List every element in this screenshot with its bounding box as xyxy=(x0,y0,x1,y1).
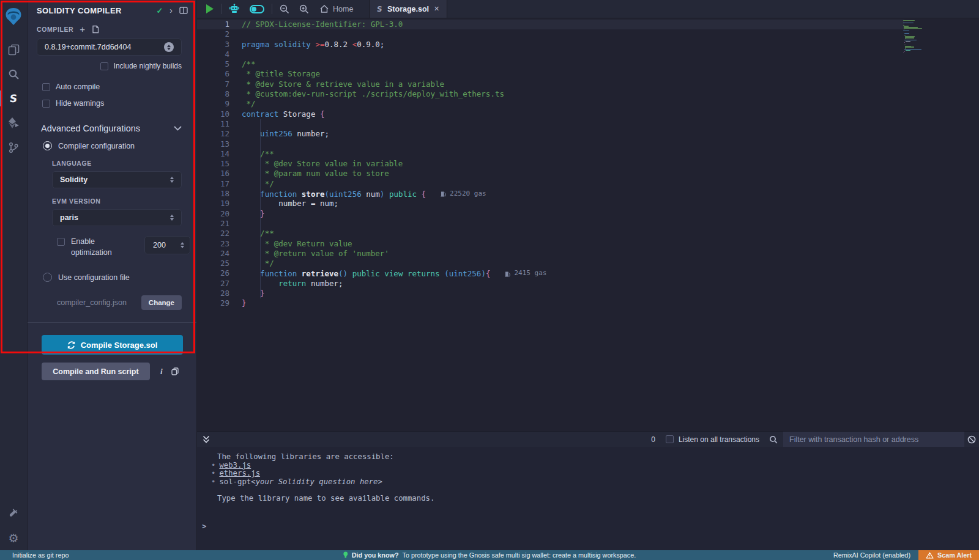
code-lines[interactable]: // SPDX-License-Identifier: GPL-3.0pragm… xyxy=(242,18,979,431)
code-line[interactable]: * @custom:dev-run-script ./scripts/deplo… xyxy=(242,89,979,99)
enable-optimization-label: Enable optimization xyxy=(71,236,127,258)
terminal-search-button[interactable] xyxy=(769,435,778,444)
code-editor[interactable]: 1234567891011121314151617181920212223242… xyxy=(197,18,979,431)
auto-compile-checkbox[interactable] xyxy=(42,83,50,91)
language-select[interactable]: Solidity xyxy=(52,171,182,188)
minimap[interactable] xyxy=(903,20,958,54)
advanced-configurations-toggle[interactable]: Advanced Configurations xyxy=(28,123,196,133)
sidebar-item-git[interactable] xyxy=(0,135,28,160)
code-line[interactable]: } xyxy=(242,289,979,298)
sidebar-item-settings[interactable]: ⚙ xyxy=(0,526,28,550)
code-line[interactable]: * @title Storage xyxy=(242,69,979,79)
info-icon[interactable]: i xyxy=(160,367,163,377)
library-link[interactable]: ethers.js xyxy=(219,470,260,478)
code-line[interactable]: } xyxy=(242,298,979,308)
tip-title: Did you know? xyxy=(352,551,399,559)
line-number: 5 xyxy=(197,59,229,69)
tab-storage-sol[interactable]: S Storage.sol ✕ xyxy=(369,0,447,18)
nightly-builds-checkbox[interactable] xyxy=(100,62,108,70)
run-script-button[interactable] xyxy=(197,0,218,18)
code-line[interactable]: /** xyxy=(242,229,979,238)
remix-logo[interactable] xyxy=(0,3,28,30)
library-link[interactable]: web3.js xyxy=(219,462,251,470)
sidebar-item-file-explorer[interactable] xyxy=(0,37,28,62)
language-value: Solidity xyxy=(60,175,87,184)
compiler-version-select[interactable]: 0.8.19+commit.7dd6d404 xyxy=(37,39,182,56)
code-line[interactable]: * @return value of 'number' xyxy=(242,249,979,259)
remixai-button[interactable] xyxy=(224,0,245,18)
scam-alert-button[interactable]: Scam Alert xyxy=(918,550,979,560)
optimization-runs-input[interactable]: 200 xyxy=(144,236,190,254)
compile-and-run-button[interactable]: Compile and Run script xyxy=(42,363,150,380)
tab-home[interactable]: Home xyxy=(314,0,362,18)
code-line[interactable]: */ xyxy=(242,259,979,268)
auto-compile-row: Auto compile xyxy=(28,83,196,91)
minimap-line xyxy=(903,53,958,54)
code-line[interactable]: contract Storage { xyxy=(242,109,979,119)
code-line[interactable]: function store(uint256 num) public {2252… xyxy=(242,189,979,199)
zoom-out-button[interactable] xyxy=(275,0,294,18)
zoom-in-button[interactable] xyxy=(294,0,314,18)
transaction-filter-input[interactable] xyxy=(783,432,964,448)
stepper-arrows-icon[interactable] xyxy=(181,242,184,248)
chevron-right-icon[interactable]: › xyxy=(169,6,173,15)
toolbar-separator xyxy=(272,4,272,14)
split-view-icon[interactable] xyxy=(179,7,188,14)
main-region: S ⚙ xyxy=(0,0,979,550)
close-tab-icon[interactable]: ✕ xyxy=(434,5,439,13)
compiler-configuration-radio[interactable] xyxy=(43,141,52,150)
use-config-file-radio[interactable] xyxy=(43,273,52,282)
code-line[interactable]: * @dev Store & retrieve value in a varia… xyxy=(242,79,979,89)
code-line[interactable] xyxy=(242,29,979,39)
enable-optimization-checkbox[interactable] xyxy=(57,238,65,246)
git-init-button[interactable]: Initialize as git repo xyxy=(0,551,69,559)
collapse-terminal-button[interactable] xyxy=(203,435,210,443)
listen-transactions-checkbox[interactable] xyxy=(666,435,674,443)
remix-logo-icon xyxy=(4,7,23,26)
sidebar-item-plugin-manager[interactable] xyxy=(0,501,28,526)
code-line[interactable]: * @dev Store value in variable xyxy=(242,159,979,169)
evm-version-select[interactable]: paris xyxy=(52,209,182,226)
line-number: 17 xyxy=(197,179,229,189)
copy-icon[interactable] xyxy=(171,367,179,375)
code-line[interactable]: /** xyxy=(242,149,979,159)
code-line[interactable]: } xyxy=(242,209,979,219)
code-line[interactable]: */ xyxy=(242,179,979,189)
copilot-status: RemixAI Copilot (enabled) xyxy=(833,551,910,559)
code-line[interactable]: * @param num value to store xyxy=(242,169,979,179)
compiler-label: COMPILER xyxy=(37,26,73,33)
line-number: 29 xyxy=(197,298,229,308)
code-line[interactable] xyxy=(242,119,979,129)
sidebar-item-solidity-compiler[interactable]: S xyxy=(0,86,28,111)
clear-console-button[interactable] xyxy=(964,435,979,444)
code-line[interactable]: number = num; xyxy=(242,199,979,208)
code-line[interactable] xyxy=(242,50,979,59)
code-line[interactable]: uint256 number; xyxy=(242,129,979,139)
code-line[interactable]: pragma solidity >=0.8.2 <0.9.0; xyxy=(242,40,979,50)
use-config-file-label: Use configuration file xyxy=(58,273,130,282)
hide-warnings-checkbox[interactable] xyxy=(42,100,50,108)
code-line[interactable]: function retrieve() public view returns … xyxy=(242,268,979,278)
lightbulb-icon xyxy=(343,551,348,559)
sidebar-item-deploy-run[interactable] xyxy=(0,111,28,135)
copilot-toggle[interactable] xyxy=(245,0,269,18)
compiler-section-header: COMPILER + xyxy=(28,15,196,34)
terminal-prompt[interactable]: > xyxy=(202,522,206,531)
code-line[interactable] xyxy=(242,219,979,229)
reload-compiler-icon[interactable] xyxy=(91,25,99,34)
code-line[interactable]: */ xyxy=(242,99,979,109)
warning-icon xyxy=(926,552,934,559)
code-line[interactable]: // SPDX-License-Identifier: GPL-3.0 xyxy=(242,20,979,29)
terminal-body[interactable]: The following libraries are accessible: … xyxy=(197,447,979,550)
optimization-runs-value: 200 xyxy=(153,241,166,249)
compiler-configuration-label: Compiler configuration xyxy=(58,142,135,150)
code-line[interactable]: * @dev Return value xyxy=(242,239,979,249)
code-line[interactable]: /** xyxy=(242,59,979,69)
change-config-button[interactable]: Change xyxy=(141,295,182,310)
terminal-library-item: •web3.js xyxy=(197,462,979,470)
compile-button[interactable]: Compile Storage.sol xyxy=(42,335,183,355)
code-line[interactable]: return number; xyxy=(242,279,979,289)
add-compiler-icon[interactable]: + xyxy=(80,24,85,34)
sidebar-item-search[interactable] xyxy=(0,62,28,86)
code-line[interactable] xyxy=(242,139,979,149)
